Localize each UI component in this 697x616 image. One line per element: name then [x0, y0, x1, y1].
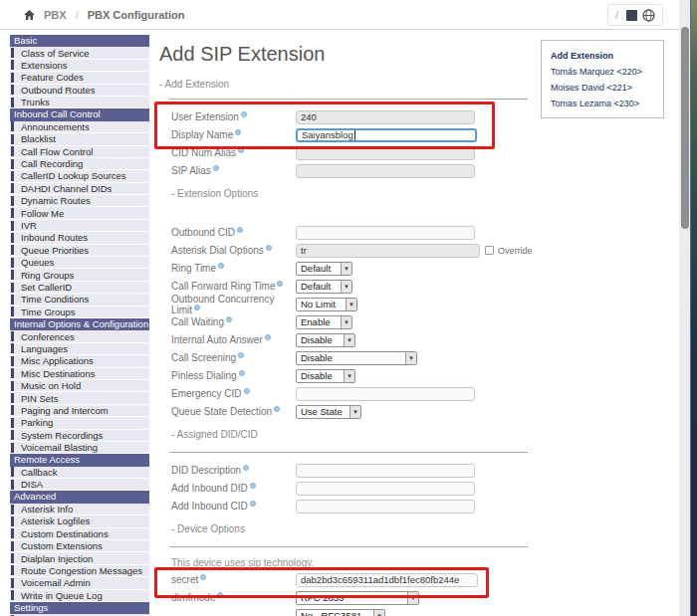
- sidebar-item-blacklist[interactable]: Blacklist: [10, 133, 149, 145]
- help-icon[interactable]: [238, 352, 244, 358]
- help-icon[interactable]: [238, 147, 244, 153]
- outbound-cid-input[interactable]: [296, 226, 475, 240]
- dtmfmode-select[interactable]: RFC 2833▼: [296, 591, 419, 605]
- sidebar-item-dialplan-injection[interactable]: Dialplan Injection: [10, 552, 149, 564]
- item-accent-bar: [11, 159, 14, 169]
- help-icon[interactable]: [274, 406, 280, 412]
- help-icon[interactable]: [226, 316, 232, 322]
- help-icon[interactable]: [213, 165, 219, 171]
- sidebar-item-write-in-queue-log[interactable]: Write in Queue Log: [10, 590, 149, 602]
- sidebar-item-asterisk-info[interactable]: Asterisk Info: [10, 504, 149, 515]
- sidebar-item-misc-applications[interactable]: Misc Applications: [10, 355, 149, 367]
- sidebar-item-asterisk-logfiles[interactable]: Asterisk Logfiles: [10, 515, 149, 527]
- sidebar-item-dahdi-channel-dids[interactable]: DAHDI Channel DIDs: [10, 183, 149, 195]
- sidebar-item-misc-destinations[interactable]: Misc Destinations: [10, 368, 149, 380]
- sidebar-item-call-recording[interactable]: Call Recording: [10, 158, 149, 170]
- user-extension-input[interactable]: 240: [296, 110, 475, 124]
- help-icon[interactable]: [250, 501, 256, 507]
- sidebar-item-label: PIN Sets: [21, 393, 59, 404]
- sidebar-item-label: Voicemail Blasting: [21, 442, 98, 453]
- extension-link[interactable]: Add Extension: [551, 48, 654, 64]
- help-icon[interactable]: [239, 370, 245, 376]
- queue-state-detection-select[interactable]: Use State▼: [296, 405, 361, 419]
- breadcrumb-pbx[interactable]: PBX: [44, 9, 67, 21]
- secret-input[interactable]: dab2bd3c659311ad1dbf1fec80fb244e: [296, 573, 478, 587]
- sidebar-item-announcements[interactable]: Announcements: [10, 121, 149, 133]
- help-icon[interactable]: [218, 263, 224, 269]
- sidebar-item-inbound-routes[interactable]: Inbound Routes: [10, 232, 149, 244]
- pinless-dialing-select[interactable]: Disable▼: [296, 369, 355, 383]
- cid-num-alias-input[interactable]: [296, 146, 475, 160]
- sidebar-item-voicemail-blasting[interactable]: Voicemail Blasting: [10, 442, 149, 454]
- sidebar-item-pin-sets[interactable]: PIN Sets: [10, 392, 149, 404]
- extension-link[interactable]: Tomas Lezama <230>: [551, 96, 654, 111]
- sidebar-item-call-flow-control[interactable]: Call Flow Control: [10, 146, 149, 158]
- sidebar-item-route-congestion-messages[interactable]: Route Congestion Messages: [10, 565, 149, 577]
- item-accent-bar: [11, 183, 14, 193]
- add-inbound-did-input[interactable]: [296, 482, 475, 496]
- sidebar-item-languages[interactable]: Languages: [10, 343, 149, 355]
- vertical-scrollbar[interactable]: [679, 0, 690, 616]
- item-accent-bar: [11, 565, 14, 575]
- sidebar-item-trunks[interactable]: Trunks: [10, 97, 149, 108]
- sidebar-item-callerid-lookup-sources[interactable]: CallerID Lookup Sources: [10, 170, 149, 182]
- sip-alias-input[interactable]: [296, 164, 475, 178]
- sidebar-item-follow-me[interactable]: Follow Me: [10, 207, 149, 219]
- sidebar-item-ring-groups[interactable]: Ring Groups: [10, 269, 149, 281]
- outbound-concurrency-limit-select[interactable]: No Limit▼: [296, 298, 357, 311]
- help-icon[interactable]: [266, 245, 272, 251]
- nat-select[interactable]: No - RFC3581▼: [296, 609, 385, 616]
- call-waiting-select[interactable]: Enable▼: [296, 315, 352, 329]
- extension-link[interactable]: Moises David <221>: [551, 80, 654, 96]
- help-icon[interactable]: [237, 227, 243, 233]
- extension-link[interactable]: Tomás Marquez <220>: [551, 64, 654, 80]
- sidebar-item-extensions[interactable]: Extensions: [10, 60, 149, 72]
- sidebar-item-time-groups[interactable]: Time Groups: [10, 307, 149, 318]
- scrollbar-thumb[interactable]: [681, 27, 689, 229]
- emergency-cid-input[interactable]: [296, 387, 475, 401]
- sidebar-item-conferences[interactable]: Conferences: [10, 330, 149, 342]
- sidebar-item-system-recordings[interactable]: System Recordings: [10, 430, 149, 442]
- sidebar-item-paging-and-intercom[interactable]: Paging and Intercom: [10, 405, 149, 417]
- sidebar-item-label: Music on Hold: [21, 380, 81, 391]
- help-icon[interactable]: [277, 281, 283, 287]
- help-icon[interactable]: [243, 465, 249, 471]
- add-inbound-cid-input[interactable]: [296, 500, 475, 513]
- language-flag-icon[interactable]: [626, 10, 637, 21]
- globe-icon[interactable]: [642, 9, 655, 22]
- help-icon[interactable]: [244, 388, 250, 394]
- did-description-input[interactable]: [296, 464, 475, 478]
- sidebar-item-disa[interactable]: DISA: [10, 479, 149, 491]
- sidebar-item-ivr[interactable]: IVR: [10, 220, 149, 232]
- help-icon[interactable]: [241, 111, 247, 117]
- help-icon[interactable]: [194, 305, 200, 310]
- sidebar-item-callback[interactable]: Callback: [10, 467, 149, 479]
- help-icon[interactable]: [250, 483, 256, 489]
- sidebar-item-parking[interactable]: Parking: [10, 417, 149, 429]
- sidebar-item-custom-extensions[interactable]: Custom Extensions: [10, 540, 149, 552]
- sidebar-item-label: Inbound Routes: [21, 232, 88, 243]
- display-name-input[interactable]: Saiyansblog: [296, 128, 477, 142]
- override-checkbox[interactable]: [485, 246, 494, 255]
- ring-time-select[interactable]: Default▼: [296, 262, 352, 276]
- internal-auto-answer-select[interactable]: Disable▼: [296, 333, 355, 347]
- sidebar-item-set-callerid[interactable]: Set CallerID: [10, 282, 149, 294]
- sidebar-item-feature-codes[interactable]: Feature Codes: [10, 72, 149, 84]
- help-icon[interactable]: [235, 129, 241, 135]
- sidebar-item-music-on-hold[interactable]: Music on Hold: [10, 380, 149, 392]
- sidebar-item-dynamic-routes[interactable]: Dynamic Routes: [10, 195, 149, 207]
- sidebar-item-voicemail-admin[interactable]: Voicemail Admin: [10, 577, 149, 589]
- sidebar-item-class-of-service[interactable]: Class of Service: [10, 47, 149, 59]
- sidebar-item-outbound-routes[interactable]: Outbound Routes: [10, 85, 149, 97]
- call-screening-select[interactable]: Disable▼: [296, 351, 417, 365]
- call-forward-ring-time-select[interactable]: Default▼: [296, 280, 352, 294]
- help-icon[interactable]: [217, 592, 223, 598]
- sidebar-item-queue-priorities[interactable]: Queue Priorities: [10, 245, 149, 257]
- asterisk-dial-options-input[interactable]: tr: [296, 244, 480, 258]
- home-icon[interactable]: [24, 10, 35, 20]
- sidebar-item-queues[interactable]: Queues: [10, 257, 149, 269]
- help-icon[interactable]: [200, 574, 206, 580]
- sidebar-item-time-conditions[interactable]: Time Conditions: [10, 294, 149, 306]
- help-icon[interactable]: [265, 334, 271, 340]
- sidebar-item-custom-destinations[interactable]: Custom Destinations: [10, 528, 149, 540]
